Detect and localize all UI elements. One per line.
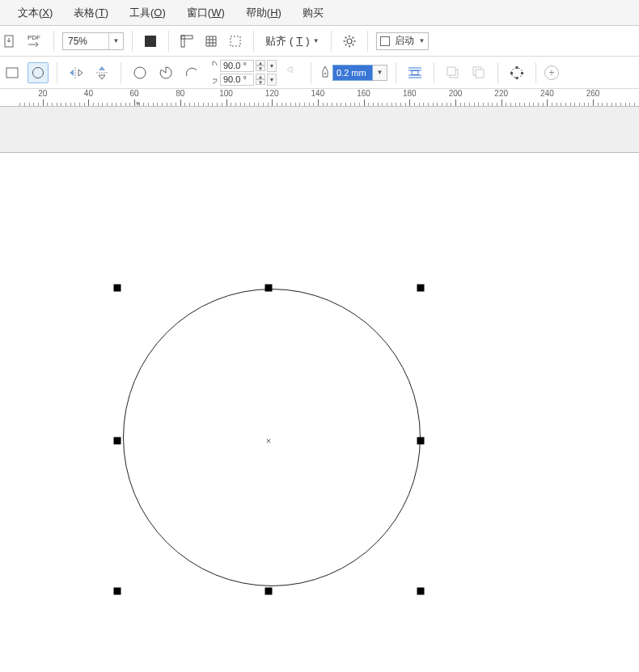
show-guidelines-icon[interactable] — [226, 32, 245, 51]
outline-width-dropdown[interactable]: ▼ — [373, 65, 387, 81]
selection-handle[interactable] — [417, 437, 425, 445]
separator — [331, 31, 332, 52]
ruler-tick-minor — [368, 103, 369, 106]
ruler-tick-minor — [382, 103, 383, 106]
ruler-tick-minor — [373, 103, 374, 106]
angle-start-input[interactable]: 90.0 ° — [220, 60, 254, 72]
mirror-vertical-icon[interactable] — [91, 62, 112, 83]
ruler-tick-minor — [423, 103, 424, 106]
angle-start-dropdown[interactable]: ▼ — [267, 60, 277, 72]
zoom-combo[interactable]: 75% ▼ — [62, 32, 124, 50]
ruler-tick-minor — [263, 103, 264, 106]
launch-button[interactable]: 启动 ▼ — [376, 32, 430, 50]
selection-handle[interactable] — [114, 285, 121, 292]
menu-window[interactable]: 窗口(W) — [177, 2, 235, 23]
ruler-tick-minor — [345, 103, 346, 106]
outline-width-combo[interactable]: 0.2 mm ▼ — [320, 64, 387, 82]
ruler-tick-minor — [460, 103, 461, 106]
horizontal-ruler[interactable]: 20406080100120140160180200220240260▾ — [0, 89, 639, 107]
ruler-tick-minor — [359, 103, 360, 106]
selection-handle[interactable] — [114, 588, 121, 595]
ruler-tick-minor — [299, 103, 300, 106]
ruler-tick-label: 40 — [84, 89, 93, 98]
svg-rect-22 — [476, 70, 484, 78]
angle-end-spinner[interactable]: ▲▼ — [256, 74, 265, 85]
ruler-tick-minor — [203, 103, 204, 106]
selection-center-mark[interactable]: × — [266, 436, 271, 446]
ruler-tick — [226, 99, 227, 106]
ruler-tick-label: 60 — [130, 89, 139, 98]
ruler-tick-minor — [281, 103, 282, 106]
circle-outline-icon[interactable] — [28, 62, 49, 83]
ruler-tick-minor — [112, 103, 112, 106]
ruler-tick-minor — [387, 103, 387, 106]
to-front-icon[interactable] — [442, 62, 463, 83]
ruler-tick — [318, 99, 319, 106]
ruler-tick-minor — [492, 103, 493, 106]
ruler-tick-minor — [515, 103, 516, 106]
ruler-tick-minor — [258, 103, 259, 106]
page[interactable]: × — [0, 152, 639, 672]
ruler-tick-minor — [469, 103, 470, 106]
ruler-tick-minor — [446, 103, 447, 106]
svg-point-5 — [347, 39, 352, 44]
selection-handle[interactable] — [265, 285, 273, 292]
show-grid-icon[interactable] — [201, 32, 221, 51]
pie-direction-button[interactable] — [281, 62, 303, 83]
mirror-horizontal-icon[interactable] — [66, 62, 87, 83]
ruler-tick-minor — [240, 103, 241, 106]
selection-handle[interactable] — [265, 588, 273, 595]
wrap-text-icon[interactable] — [404, 62, 425, 83]
menu-text[interactable]: 文本(X) — [8, 2, 62, 23]
menu-tools[interactable]: 工具(O) — [120, 2, 176, 23]
ruler-tick-minor — [584, 103, 585, 106]
separator — [367, 31, 368, 52]
snap-to-dropdown[interactable]: 贴齐(T) ▼ — [262, 32, 323, 50]
angle-end-input[interactable]: 90.0 ° — [220, 74, 254, 86]
selection-handle[interactable] — [114, 437, 121, 445]
ruler-tick-minor — [116, 103, 116, 106]
selection-handle[interactable] — [417, 285, 425, 292]
arc-shape-button[interactable] — [181, 62, 202, 83]
property-bar: 90.0 ° ▲▼ ▼ 90.0 ° ▲▼ ▼ 0.2 mm ▼ — [0, 57, 639, 89]
ruler-tick-minor — [217, 103, 218, 106]
ruler-tick — [547, 99, 548, 106]
ruler-tick-minor — [208, 103, 209, 106]
zoom-dropdown[interactable]: ▼ — [108, 33, 123, 49]
to-back-icon[interactable] — [468, 62, 489, 83]
add-button[interactable]: + — [544, 66, 559, 80]
ruler-guide-marker[interactable]: ▾ — [136, 99, 140, 106]
ruler-tick-minor — [93, 103, 94, 106]
ruler-tick-label: 80 — [176, 89, 184, 98]
svg-point-17 — [324, 73, 326, 74]
menu-table[interactable]: 表格(T) — [64, 2, 118, 23]
pie-shape-button[interactable] — [155, 62, 176, 83]
zoom-value[interactable]: 75% — [63, 36, 108, 47]
show-rulers-icon[interactable] — [177, 32, 197, 51]
selection-handle[interactable] — [417, 588, 425, 595]
ruler-tick-label: 160 — [357, 89, 370, 98]
menu-window-accel: W — [211, 6, 221, 19]
import-icon[interactable] — [2, 32, 18, 51]
ellipse-shape-button[interactable] — [129, 62, 150, 83]
angle-end-dropdown[interactable]: ▼ — [267, 74, 277, 86]
convert-to-curves-icon[interactable] — [506, 62, 527, 83]
launch-label: 启动 — [395, 34, 414, 48]
svg-rect-14 — [6, 68, 18, 78]
ruler-tick-minor — [286, 103, 286, 106]
angle-start-spinner[interactable]: ▲▼ — [256, 60, 265, 71]
chevron-down-icon: ▼ — [313, 37, 320, 44]
menu-help[interactable]: 帮助(H) — [236, 2, 291, 23]
ruler-tick-minor — [74, 103, 75, 106]
fullscreen-icon[interactable] — [141, 32, 160, 51]
ruler-tick-label: 200 — [449, 89, 463, 98]
export-pdf-button[interactable]: PDF — [23, 32, 45, 51]
stage[interactable]: × — [0, 107, 639, 672]
ruler-tick-minor — [607, 103, 607, 106]
ruler-tick-minor — [433, 103, 434, 106]
options-gear-icon[interactable] — [340, 32, 359, 51]
outline-width-value[interactable]: 0.2 mm — [332, 65, 373, 81]
ruler-tick-minor — [611, 103, 612, 106]
rect-outline-icon[interactable] — [2, 62, 23, 83]
menu-buy[interactable]: 购买 — [293, 2, 333, 23]
